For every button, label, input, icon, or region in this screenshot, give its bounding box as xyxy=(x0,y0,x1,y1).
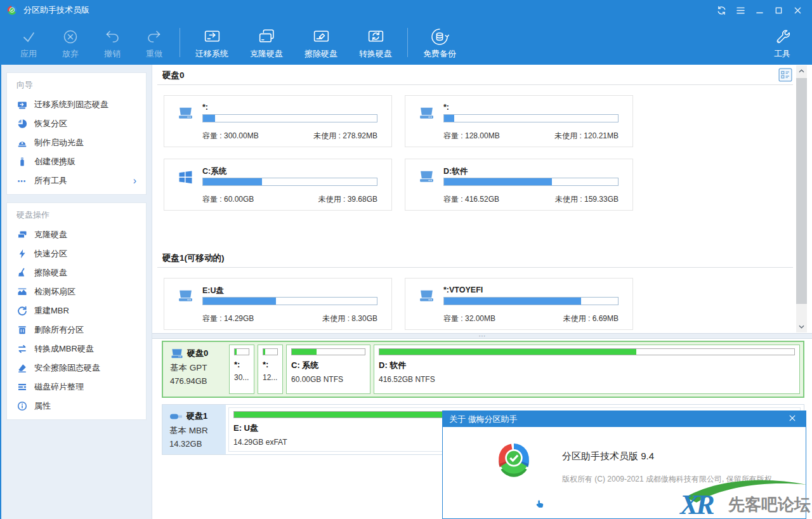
sidebar-item-label: 删除所有分区 xyxy=(34,324,84,336)
close-button[interactable] xyxy=(788,2,807,18)
disk-size: 476.94GB xyxy=(170,376,224,386)
partition-name: *: xyxy=(202,103,208,112)
view-toggle-icon[interactable] xyxy=(778,68,792,82)
sidebar-item-all-tools[interactable]: ••• 所有工具 › xyxy=(7,171,146,190)
sidebar-item-defragment[interactable]: 磁盘碎片整理 xyxy=(7,378,146,397)
partition-name: E:U盘 xyxy=(202,286,224,296)
recover-partition-pie-icon xyxy=(16,119,27,129)
usage-bar-fill xyxy=(203,298,276,305)
usage-bar xyxy=(202,178,377,186)
panel-splitter[interactable]: ⋯ xyxy=(152,333,812,339)
partition-card-star1[interactable]: *: 容量 : 300.00MB 未使用 : 278.92MB xyxy=(164,95,392,147)
sidebar-item-quick-partition[interactable]: 快速分区 xyxy=(7,244,146,263)
partition-card-c-system[interactable]: C:系统 容量 : 60.00GB 未使用 : 39.68GB xyxy=(164,159,392,211)
map-usage-bar xyxy=(263,348,278,355)
sidebar-item-wipe-disk[interactable]: 擦除硬盘 xyxy=(7,263,146,282)
sidebar-item-clone-disk[interactable]: 克隆硬盘 xyxy=(7,225,146,244)
sidebar-item-bootable-media[interactable]: 制作启动光盘 xyxy=(7,133,146,152)
map-usage-bar xyxy=(291,348,365,355)
sidebar-item-check-bad-sectors[interactable]: 检测坏扇区 xyxy=(7,282,146,301)
drive-icon xyxy=(170,348,184,359)
dialog-title-bar: 关于 傲梅分区助手 xyxy=(443,411,806,427)
disk-name: 硬盘1 xyxy=(187,411,207,422)
sidebar-item-convert-to-mbr[interactable]: 转换成MBR硬盘 xyxy=(7,339,146,358)
usage-bar-fill xyxy=(444,115,454,122)
wrench-icon xyxy=(774,26,791,48)
app-window: 分区助手技术员版 xyxy=(0,0,812,519)
scrollbar-thumb[interactable] xyxy=(796,78,807,304)
usage-bar-fill xyxy=(444,178,552,185)
toolbar-separator xyxy=(407,28,408,57)
partition-card-star2[interactable]: *: 容量 : 128.00MB 未使用 : 120.21MB xyxy=(405,95,633,147)
sidebar-item-label: 磁盘碎片整理 xyxy=(34,381,84,393)
defrag-icon xyxy=(16,382,27,393)
partition-card-e-usb[interactable]: E:U盘 容量 : 14.29GB 未使用 : 8.30GB xyxy=(164,278,392,330)
undo-button[interactable]: 撤销 xyxy=(91,23,133,62)
partition-name: *: xyxy=(443,103,449,112)
scroll-up-arrow-icon[interactable] xyxy=(796,65,807,77)
sidebar-item-label: 创建便携版 xyxy=(34,156,75,168)
drive-icon xyxy=(419,289,435,305)
clone-disk-button[interactable]: 克隆硬盘 xyxy=(239,23,294,62)
sidebar-item-label: 擦除硬盘 xyxy=(34,267,67,279)
sidebar-item-migrate-to-ssd[interactable]: 迁移系统到固态硬盘 xyxy=(7,95,146,114)
map-partition-size: 30... xyxy=(234,373,249,382)
partition-card-d-software[interactable]: D:软件 容量 : 416.52GB 未使用 : 159.33GB xyxy=(405,159,633,211)
sidebar-item-rebuild-mbr[interactable]: 重建MBR xyxy=(7,301,146,320)
scroll-down-arrow-icon[interactable] xyxy=(796,321,807,332)
migrate-os-button[interactable]: 迁移系统 xyxy=(185,23,239,62)
section-divider xyxy=(157,267,793,268)
usage-bar xyxy=(443,297,619,305)
discard-button[interactable]: 放弃 xyxy=(49,23,91,62)
menu-icon[interactable] xyxy=(731,2,750,18)
map-partition-label: *: xyxy=(234,360,249,369)
convert-disk-button[interactable]: 转换硬盘 xyxy=(348,23,403,62)
all-tools-dots-icon: ••• xyxy=(16,176,27,187)
disk0-partitions: *: 30... *: 12... C: 系统 60.00GB NTFS xyxy=(226,342,803,397)
wipe-disk-button[interactable]: 擦除硬盘 xyxy=(294,23,348,62)
product-logo-icon xyxy=(495,442,533,483)
disk-size: 14.32GB xyxy=(169,439,223,449)
sidebar-item-properties[interactable]: 属性 xyxy=(7,397,146,416)
free-backup-button[interactable]: 免费备份 xyxy=(412,23,467,62)
redo-button[interactable]: 重做 xyxy=(133,23,175,62)
sidebar-item-secure-erase-ssd[interactable]: 安全擦除固态硬盘 xyxy=(7,358,146,378)
maximize-button[interactable] xyxy=(769,2,788,18)
undo-arrow-icon xyxy=(104,26,121,48)
refresh-icon[interactable] xyxy=(712,2,731,18)
minimize-button[interactable] xyxy=(750,2,769,18)
disk1-info: 硬盘1 基本 MBR 14.32GB xyxy=(162,405,226,454)
eraser-icon xyxy=(16,363,27,374)
sidebar-item-delete-all-partitions[interactable]: 删除所有分区 xyxy=(7,320,146,339)
disk-type: 基本 GPT xyxy=(170,362,224,374)
map-usage-fill xyxy=(263,349,265,355)
convert-arrows-icon xyxy=(16,344,27,355)
map-partition-d-software[interactable]: D: 软件 416.52GB NTFS xyxy=(374,345,800,394)
disk0-section-title: 硬盘0 xyxy=(162,70,185,81)
vertical-scrollbar[interactable] xyxy=(796,65,807,332)
drive-icon xyxy=(178,289,193,305)
map-partition-size: 416.52GB NTFS xyxy=(379,375,795,384)
usage-bar xyxy=(202,297,377,305)
map-partition-star2[interactable]: *: 12... xyxy=(258,345,283,394)
sidebar-item-label: 快速分区 xyxy=(34,248,67,260)
map-partition-c-system[interactable]: C: 系统 60.00GB NTFS xyxy=(286,345,370,394)
apply-button[interactable]: 应用 xyxy=(8,23,49,62)
sidebar-item-create-portable[interactable]: 创建便携版 xyxy=(7,152,146,171)
disk-type: 基本 MBR xyxy=(169,425,223,437)
unused-label: 未使用 : 159.33GB xyxy=(555,194,619,205)
clone-drives-icon xyxy=(257,26,277,48)
map-partition-star1[interactable]: *: 30... xyxy=(229,345,254,394)
tools-button[interactable]: 工具 xyxy=(761,23,803,62)
dialog-close-icon[interactable] xyxy=(785,414,799,424)
partition-card-vtoyefi[interactable]: *:VTOYEFI 容量 : 32.00MB 未使用 : 6.69MB xyxy=(405,278,633,330)
capacity-label: 容量 : 60.00GB xyxy=(202,194,254,205)
disk0-map-row[interactable]: 硬盘0 基本 GPT 476.94GB *: 30... *: 12... xyxy=(162,341,804,398)
unused-label: 未使用 : 39.68GB xyxy=(318,194,377,205)
usage-bar-fill xyxy=(203,178,262,185)
sidebar-item-label: 重建MBR xyxy=(34,305,69,317)
lightning-bolt-icon xyxy=(16,249,27,260)
sidebar-item-recover-partition[interactable]: 恢复分区 xyxy=(7,114,146,133)
clone-disk-icon xyxy=(16,230,27,240)
sidebar-item-label: 恢复分区 xyxy=(34,118,67,129)
